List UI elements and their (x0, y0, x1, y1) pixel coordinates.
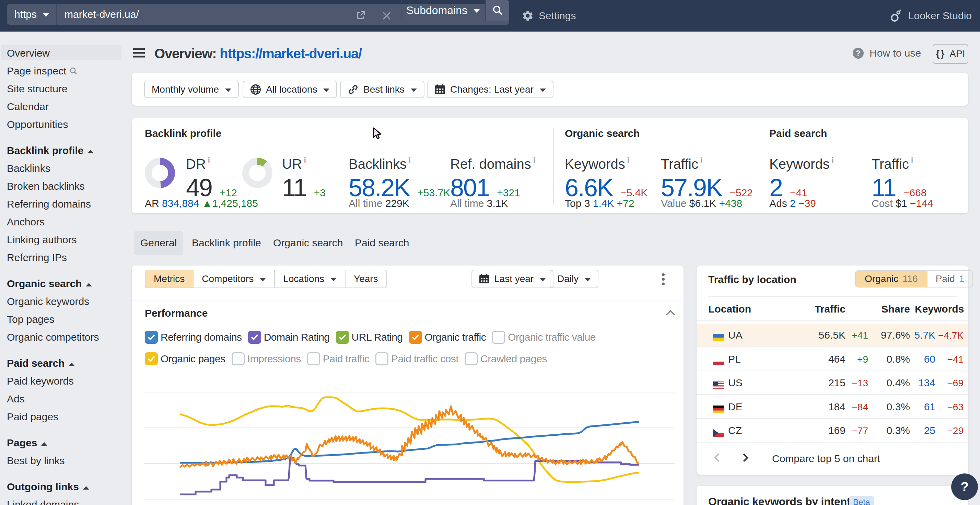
svg-text:?: ? (856, 49, 860, 57)
